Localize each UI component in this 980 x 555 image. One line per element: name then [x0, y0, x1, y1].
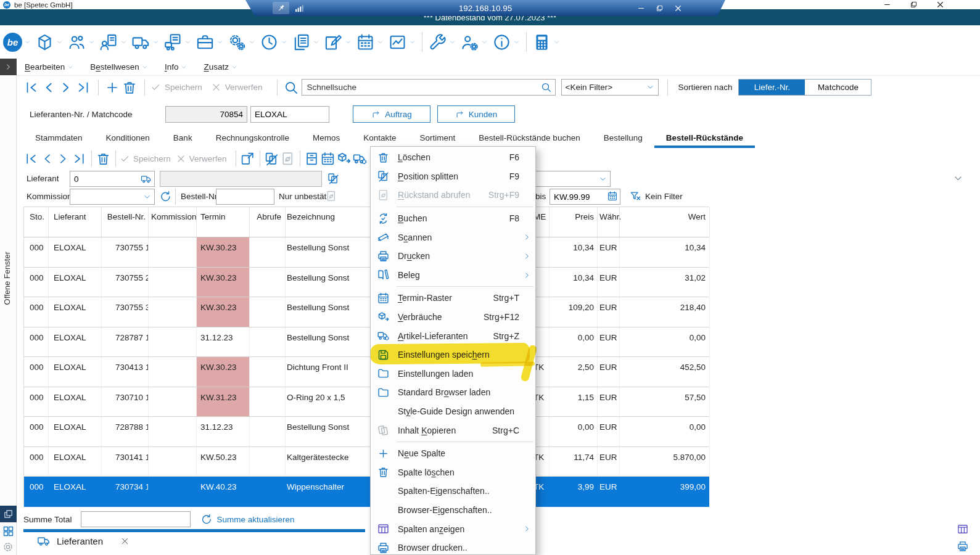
calendar-icon[interactable]	[607, 191, 618, 202]
gear-icon[interactable]	[2, 541, 14, 553]
tab-rechnungskontrolle[interactable]: Rechnungskontrolle	[204, 130, 301, 148]
menu-bearbeiten[interactable]: Bearbeiten	[25, 62, 73, 72]
split-position-icon[interactable]	[264, 151, 279, 166]
first-record-icon[interactable]	[23, 80, 39, 96]
context-menu-item-position-splitten[interactable]: Position splittenF9	[371, 167, 535, 186]
kunden-button[interactable]: Kunden	[437, 105, 515, 123]
menu-bestellwesen[interactable]: Bestellwesen	[90, 62, 148, 72]
chevron-down-icon[interactable]	[553, 39, 560, 46]
context-menu-item-drucken[interactable]: Drucken	[371, 247, 535, 266]
grid-view-icon[interactable]	[2, 525, 15, 538]
column-header-wert[interactable]: Wert	[620, 207, 710, 237]
sort-segment-liefer-nr[interactable]: Liefer.-Nr.	[739, 80, 805, 95]
tab-memos[interactable]: Memos	[301, 130, 352, 148]
context-menu-item-neue-spalte[interactable]: Neue Spalte	[371, 444, 535, 463]
matchcode-field[interactable]	[250, 106, 329, 123]
table-row[interactable]: 000ELOXAL730755 1KW.30.23Bestellung Sons…	[24, 237, 709, 268]
delete-record-icon[interactable]	[121, 80, 138, 96]
summe-total-input[interactable]	[81, 511, 191, 527]
purchase-icon[interactable]	[163, 33, 183, 52]
tab-kontakte[interactable]: Kontakte	[352, 130, 408, 148]
editor-icon[interactable]	[324, 33, 343, 52]
printer-icon[interactable]	[957, 540, 969, 553]
connection-restore-icon[interactable]	[656, 4, 664, 12]
truck-icon[interactable]	[141, 173, 152, 184]
table-row[interactable]: 000ELOXAL730710 1KW.31.23O-Ring 20 x 1,5…	[24, 387, 709, 417]
chevron-down-icon[interactable]	[24, 39, 31, 46]
table-row[interactable]: 000ELOXAL730141 1KW.50.23Kaltgerätesteck…	[24, 447, 709, 477]
context-menu-item-spalte-löschen[interactable]: Spalte löschen	[371, 463, 535, 482]
tab-sortiment[interactable]: Sortiment	[408, 130, 467, 148]
previous-record-icon[interactable]	[41, 80, 57, 96]
chevron-down-icon[interactable]	[481, 39, 488, 46]
funnel-slash-icon[interactable]	[629, 190, 641, 202]
table-row[interactable]: 000ELOXAL730734 1KW.40.23WippenschalterT…	[24, 477, 709, 507]
open-windows-button[interactable]	[0, 506, 17, 522]
column-header-kommission[interactable]: Kommission	[149, 207, 197, 237]
context-menu-item-beleg[interactable]: Beleg	[371, 266, 535, 285]
chevron-down-icon[interactable]	[513, 39, 520, 46]
context-menu-item-spalten-eigenschaften[interactable]: Spalten-Eigenschaften..	[371, 482, 535, 501]
next-record-icon[interactable]	[56, 151, 71, 166]
chevron-down-icon[interactable]	[377, 39, 384, 46]
context-menu-item-inhalt-kopieren[interactable]: Inhalt KopierenStrg+C	[371, 421, 535, 440]
filter-dropdown[interactable]: <Kein Filter>	[561, 79, 659, 96]
tab-konditionen[interactable]: Konditionen	[94, 130, 162, 148]
chevron-down-icon[interactable]	[953, 173, 963, 184]
chevron-down-icon[interactable]	[409, 39, 416, 46]
documents-icon[interactable]	[292, 33, 311, 52]
archive-icon[interactable]	[304, 151, 319, 166]
bottom-tab-lieferanten[interactable]: Lieferanten	[37, 534, 130, 548]
table-row[interactable]: 000ELOXAL730755 2KW.30.23Bestellung Sons…	[24, 268, 709, 298]
discard-button[interactable]: Verwerfen	[211, 82, 263, 92]
calendar-icon[interactable]	[356, 33, 375, 52]
tools-icon[interactable]	[428, 33, 447, 52]
menu-zusatz[interactable]: Zusatz	[204, 62, 237, 72]
lieferanten-nr-field[interactable]	[165, 106, 247, 123]
chevron-down-icon[interactable]	[152, 39, 159, 46]
refresh-icon[interactable]	[200, 513, 213, 525]
close-tab-icon[interactable]	[120, 536, 130, 546]
last-record-icon[interactable]	[75, 80, 91, 96]
verbraeuche-icon[interactable]	[336, 151, 352, 166]
search-icon[interactable]	[540, 81, 552, 93]
context-menu-item-verbräuche[interactable]: VerbräucheStrg+F12	[371, 308, 535, 327]
transfer-icon[interactable]	[240, 151, 255, 166]
admin-icon[interactable]	[460, 33, 479, 52]
table-row[interactable]: 000ELOXAL728787 131.12.23Bestellung Sons…	[24, 327, 709, 358]
statistics-icon[interactable]	[388, 33, 407, 52]
column-header-sto[interactable]: Sto.	[24, 207, 49, 237]
info-icon[interactable]	[492, 33, 511, 52]
kommission-dropdown[interactable]	[70, 189, 155, 205]
close-icon[interactable]	[936, 1, 944, 9]
chevron-down-icon[interactable]	[313, 39, 319, 46]
menu-info[interactable]: Info	[165, 62, 187, 72]
shipping-icon[interactable]	[131, 33, 150, 52]
verwerfen-button[interactable]: Verwerfen	[176, 154, 227, 164]
case-icon[interactable]	[196, 33, 215, 52]
chevron-down-icon[interactable]	[281, 39, 287, 46]
context-menu-item-standard-browser-laden[interactable]: Standard Browser laden	[371, 383, 535, 402]
chevron-down-icon[interactable]	[449, 39, 456, 46]
previous-record-icon[interactable]	[39, 151, 55, 166]
tab-bestell-rückstände[interactable]: Bestell-Rückstände	[654, 130, 755, 148]
table-row[interactable]: 000ELOXAL730413 1KW.30.23Dichtung Front …	[24, 357, 709, 387]
sidebar-expand-button[interactable]	[0, 59, 17, 75]
column-header-abrufe[interactable]: Abrufe	[250, 207, 286, 237]
column-header-lieferant[interactable]: Lieferant	[49, 207, 102, 237]
auftrag-button[interactable]: Auftrag	[353, 105, 430, 123]
last-record-icon[interactable]	[72, 151, 87, 166]
tab-bank[interactable]: Bank	[162, 130, 204, 148]
quick-search-input[interactable]	[302, 79, 556, 96]
context-menu-item-löschen[interactable]: LöschenF6	[371, 148, 535, 167]
chevron-down-icon[interactable]	[88, 39, 95, 46]
column-header-termin[interactable]: Termin	[197, 207, 250, 237]
column-header-preis[interactable]: Preis	[550, 207, 598, 237]
save-button[interactable]: Speichern	[150, 82, 202, 92]
summe-aktualisieren-link[interactable]: Summe aktualisieren	[217, 515, 295, 524]
column-header-bestell-nr[interactable]: Bestell-Nr.	[102, 207, 149, 237]
context-menu-item-browser-drucken[interactable]: Browser drucken..	[371, 538, 535, 555]
search-icon[interactable]	[283, 80, 299, 96]
chevron-down-icon[interactable]	[184, 39, 191, 46]
time-icon[interactable]	[260, 33, 279, 52]
